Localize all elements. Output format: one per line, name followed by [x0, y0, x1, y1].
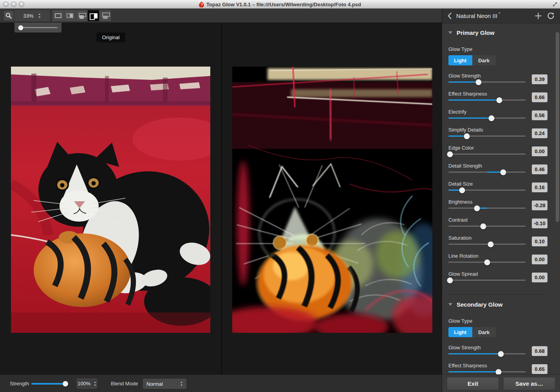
stepper-down-icon[interactable]: ▼ — [38, 16, 41, 18]
side-by-side-icon — [90, 13, 98, 18]
section-primary-glow: Primary GlowGlow TypeLightDarkGlow Stren… — [448, 29, 547, 281]
slider-knob[interactable] — [500, 169, 506, 175]
slider-knob[interactable] — [488, 241, 494, 247]
slider-track[interactable] — [448, 262, 526, 263]
view-mode-top-bottom-button[interactable] — [99, 10, 111, 21]
slider-value-box[interactable]: -0.10 — [532, 219, 547, 228]
back-button[interactable] — [448, 13, 452, 19]
zoom-tool-button[interactable] — [4, 11, 13, 20]
slider-track[interactable] — [448, 226, 526, 227]
slider-knob[interactable] — [498, 351, 504, 357]
slider-value-box[interactable]: 0.68 — [532, 346, 547, 356]
secondary-glow-glow-type-label: Glow Type — [448, 318, 547, 324]
slider-value-box[interactable]: 0.16 — [532, 182, 547, 192]
slider-track[interactable] — [448, 99, 526, 101]
slider-label: Glow Strength — [448, 73, 526, 79]
slider-track[interactable] — [448, 208, 526, 209]
preset-modified-mark: * — [499, 11, 500, 16]
view-mode-split-view-horizontal-button[interactable] — [76, 10, 87, 21]
slider-value-box[interactable]: 0.10 — [532, 237, 547, 246]
select-arrows-icon: ▲ ▼ — [180, 381, 183, 387]
opacity-stepper[interactable]: 100% ▲ ▼ — [77, 379, 97, 388]
primary-glow-slider-saturation: Saturation0.10 — [448, 235, 547, 245]
secondary-glow-section-header[interactable]: Secondary Glow — [448, 301, 547, 308]
primary-glow-slider-detail-strength: Detail Strength0.46 — [448, 163, 547, 173]
strength-slider[interactable] — [31, 383, 68, 385]
slider-value-box[interactable]: -0.28 — [532, 201, 547, 210]
primary-glow-sliders: Glow Strength0.39Effect Sharpness0.66Ele… — [448, 73, 547, 281]
slider-knob[interactable] — [489, 115, 495, 121]
zoom-level-value: 33% — [23, 13, 34, 19]
opacity-stepper-arrows[interactable]: ▲ ▼ — [94, 381, 96, 387]
slider-value-box[interactable]: 0.00 — [532, 146, 547, 156]
zoom-slider-knob[interactable] — [18, 25, 23, 30]
slider-value-box[interactable]: 0.39 — [532, 74, 547, 84]
sidebar-scrollbar — [556, 23, 559, 374]
slider-label: Brightness — [448, 199, 526, 205]
fullscreen-icon[interactable] — [552, 2, 558, 9]
slider-track[interactable] — [448, 371, 526, 372]
slider-fill — [448, 117, 491, 119]
slider-track[interactable] — [448, 117, 526, 119]
app-window: Topaz Glow V1.0.1 – file:///Users/Wilwer… — [0, 0, 560, 392]
slider-knob[interactable] — [459, 187, 465, 193]
slider-knob[interactable] — [496, 369, 502, 374]
save-as-button[interactable]: Save as… — [504, 378, 555, 390]
slider-knob[interactable] — [474, 205, 480, 211]
slider-track[interactable] — [448, 190, 526, 191]
view-mode-single-view-button[interactable] — [52, 10, 64, 21]
primary-glow-glow-type-dark-button[interactable]: Dark — [472, 55, 496, 65]
view-mode-side-by-side-button[interactable] — [88, 10, 99, 21]
slider-track[interactable] — [448, 135, 526, 137]
sidebar-footer: Exit Save as… — [442, 374, 560, 392]
slider-track[interactable] — [448, 280, 526, 281]
strength-slider-knob[interactable] — [63, 381, 68, 387]
original-preview-pane[interactable] — [11, 67, 210, 333]
blend-mode-label: Blend Mode — [111, 375, 138, 392]
slider-knob[interactable] — [464, 133, 470, 139]
exit-button[interactable]: Exit — [447, 378, 499, 390]
refresh-icon — [547, 12, 555, 20]
secondary-glow-glow-type-dark-button[interactable]: Dark — [472, 327, 496, 337]
primary-glow-section-header[interactable]: Primary Glow — [448, 29, 547, 36]
slider-track[interactable] — [448, 154, 526, 155]
preset-name: Natural Neon III — [456, 13, 497, 19]
strength-label: Strength — [10, 375, 29, 392]
slider-value-box[interactable]: 0.24 — [532, 128, 547, 138]
primary-glow-slider-edge-color: Edge Color0.00 — [448, 145, 547, 155]
slider-value-box[interactable]: 0.66 — [532, 92, 547, 102]
original-image — [11, 67, 210, 333]
zoom-slider-track[interactable] — [18, 27, 58, 28]
slider-knob[interactable] — [447, 151, 453, 157]
zoom-stepper[interactable]: ▲ ▼ — [38, 13, 41, 18]
slider-track[interactable] — [448, 244, 526, 245]
scrollbar-thumb[interactable] — [556, 32, 559, 222]
slider-knob[interactable] — [497, 97, 502, 103]
stepper-up-icon[interactable]: ▲ — [94, 381, 96, 383]
slider-knob[interactable] — [480, 223, 486, 229]
reset-button[interactable] — [547, 12, 555, 20]
add-preset-button[interactable] — [535, 12, 542, 20]
view-mode-split-view-vertical-button[interactable] — [64, 10, 76, 21]
slider-value-box[interactable]: 0.65 — [532, 364, 547, 374]
slider-knob[interactable] — [475, 79, 481, 85]
slider-value-box[interactable]: 0.46 — [532, 164, 547, 174]
secondary-glow-glow-type-light-button[interactable]: Light — [448, 327, 472, 337]
primary-glow-glow-type-light-button[interactable]: Light — [448, 55, 472, 65]
stepper-down-icon[interactable]: ▼ — [94, 384, 96, 387]
stepper-up-icon[interactable]: ▲ — [38, 13, 41, 15]
slider-knob[interactable] — [484, 259, 490, 265]
zoom-level-control[interactable]: 33% ▲ ▼ — [14, 10, 50, 21]
slider-value-box[interactable]: 0.56 — [532, 110, 547, 120]
slider-value-box[interactable]: 0.00 — [532, 255, 547, 264]
secondary-glow-sliders: Glow Strength0.68Effect Sharpness0.65 — [448, 345, 547, 372]
slider-label: Effect Sharpness — [448, 91, 526, 97]
glow-preview-pane[interactable] — [232, 67, 432, 333]
slider-track[interactable] — [448, 81, 526, 83]
window-titlebar[interactable]: Topaz Glow V1.0.1 – file:///Users/Wilwer… — [0, 0, 560, 9]
slider-track[interactable] — [448, 353, 526, 354]
blend-mode-select[interactable]: Normal ▲ ▼ — [143, 379, 186, 389]
slider-knob[interactable] — [447, 277, 453, 283]
slider-value-box[interactable]: 0.00 — [532, 273, 547, 282]
slider-track[interactable] — [448, 172, 526, 173]
